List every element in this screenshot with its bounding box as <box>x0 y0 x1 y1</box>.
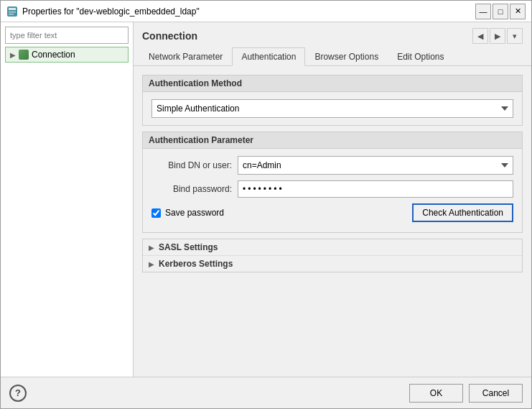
kerberos-collapsible[interactable]: ▶ Kerberos Settings <box>143 255 522 272</box>
auth-method-select[interactable]: Simple Authentication No Authentication … <box>151 99 513 118</box>
bind-dn-row: Bind DN or user: cn=Admin <box>151 156 513 175</box>
panel-title: Connection <box>142 30 197 42</box>
sidebar-item-label: Connection <box>32 50 75 60</box>
sidebar: ▶ Connection <box>1 22 134 377</box>
auth-method-body: Simple Authentication No Authentication … <box>143 92 522 125</box>
window-title: Properties for "dev-weblogic_embedded_ld… <box>22 6 200 17</box>
save-password-checkbox[interactable] <box>151 208 161 218</box>
tabs-container: Network Parameter Authentication Browser… <box>134 47 531 66</box>
title-bar-left: Properties for "dev-weblogic_embedded_ld… <box>6 6 200 17</box>
maximize-button[interactable]: □ <box>493 4 508 19</box>
tab-browser[interactable]: Browser Options <box>305 47 388 66</box>
nav-arrows: ◀ ▶ ▾ <box>472 28 523 44</box>
filter-input[interactable] <box>5 27 129 44</box>
title-bar-controls: — □ ✕ <box>475 4 526 19</box>
sasl-label: SASL Settings <box>159 242 218 252</box>
close-button[interactable]: ✕ <box>510 4 526 19</box>
tab-network[interactable]: Network Parameter <box>139 47 232 66</box>
sasl-arrow-icon: ▶ <box>149 244 154 252</box>
svg-rect-3 <box>9 14 14 15</box>
ok-button[interactable]: OK <box>409 384 463 403</box>
svg-rect-1 <box>9 8 16 10</box>
auth-param-header: Authentication Parameter <box>143 132 522 149</box>
kerberos-arrow-icon: ▶ <box>149 260 154 268</box>
panel-header: Connection ◀ ▶ ▾ <box>134 22 531 47</box>
bind-dn-select[interactable]: cn=Admin <box>238 156 513 175</box>
tree-arrow-icon: ▶ <box>10 51 16 59</box>
nav-dropdown-button[interactable]: ▾ <box>507 28 523 44</box>
check-auth-button[interactable]: Check Authentication <box>412 203 513 222</box>
cancel-button[interactable]: Cancel <box>469 384 523 403</box>
kerberos-label: Kerberos Settings <box>159 259 233 269</box>
tab-authentication[interactable]: Authentication <box>232 47 305 66</box>
save-password-row: Save password <box>151 206 224 219</box>
nav-forward-button[interactable]: ▶ <box>490 28 505 44</box>
right-panel: Connection ◀ ▶ ▾ Network Parameter Authe… <box>134 22 531 377</box>
connection-icon <box>19 50 29 60</box>
actions-row: Save password Check Authentication <box>151 203 513 225</box>
minimize-button[interactable]: — <box>475 4 491 19</box>
help-button[interactable]: ? <box>9 385 27 402</box>
main-content: ▶ Connection Connection ◀ ▶ ▾ Network Pa… <box>1 22 531 377</box>
nav-back-button[interactable]: ◀ <box>472 28 488 44</box>
save-password-label[interactable]: Save password <box>165 208 224 218</box>
auth-method-select-wrapper: Simple Authentication No Authentication … <box>151 99 513 118</box>
auth-method-section: Authentication Method Simple Authenticat… <box>142 75 523 126</box>
tab-content: Authentication Method Simple Authenticat… <box>134 66 531 377</box>
auth-method-header: Authentication Method <box>143 75 522 92</box>
bind-password-row: Bind password: <box>151 180 513 198</box>
bind-dn-label: Bind DN or user: <box>151 160 238 170</box>
bottom-buttons: OK Cancel <box>409 384 523 403</box>
auth-param-body: Bind DN or user: cn=Admin Bind password: <box>143 149 522 232</box>
sidebar-item-connection[interactable]: ▶ Connection <box>5 47 129 63</box>
bind-dn-select-wrapper: cn=Admin <box>238 156 513 175</box>
tab-edit[interactable]: Edit Options <box>388 47 453 66</box>
sasl-section: ▶ SASL Settings ▶ Kerberos Settings <box>142 239 523 272</box>
main-window: Properties for "dev-weblogic_embedded_ld… <box>0 0 532 409</box>
svg-rect-2 <box>9 12 16 13</box>
bottom-bar: ? OK Cancel <box>1 377 531 408</box>
bind-password-input[interactable] <box>238 180 513 198</box>
sasl-collapsible[interactable]: ▶ SASL Settings <box>143 239 522 255</box>
window-icon <box>6 6 18 17</box>
auth-param-section: Authentication Parameter Bind DN or user… <box>142 132 523 233</box>
bind-password-label: Bind password: <box>151 184 238 194</box>
title-bar: Properties for "dev-weblogic_embedded_ld… <box>1 1 531 22</box>
